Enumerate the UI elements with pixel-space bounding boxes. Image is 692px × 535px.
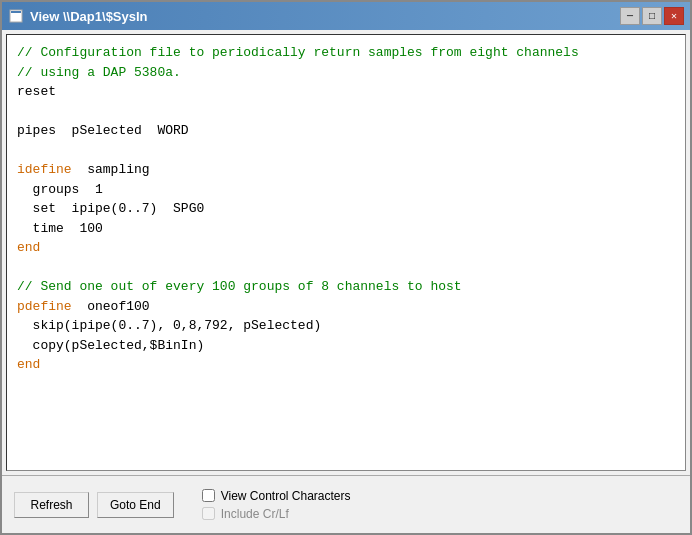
title-bar: View \\Dap1\$SysIn ─ □ ✕ bbox=[2, 2, 690, 30]
minimize-button[interactable]: ─ bbox=[620, 7, 640, 25]
view-control-row: View Control Characters bbox=[202, 489, 351, 503]
title-bar-left: View \\Dap1\$SysIn bbox=[8, 8, 148, 24]
options-area: View Control Characters Include Cr/Lf bbox=[202, 489, 351, 521]
refresh-button[interactable]: Refresh bbox=[14, 492, 89, 518]
svg-rect-1 bbox=[11, 11, 21, 13]
include-crlf-label: Include Cr/Lf bbox=[221, 507, 289, 521]
code-block: // Configuration file to periodically re… bbox=[17, 43, 675, 375]
view-control-checkbox[interactable] bbox=[202, 489, 215, 502]
view-control-label[interactable]: View Control Characters bbox=[221, 489, 351, 503]
window-icon bbox=[8, 8, 24, 24]
bottom-bar: Refresh Goto End View Control Characters… bbox=[2, 475, 690, 533]
include-crlf-row: Include Cr/Lf bbox=[202, 507, 351, 521]
maximize-button[interactable]: □ bbox=[642, 7, 662, 25]
goto-end-button[interactable]: Goto End bbox=[97, 492, 174, 518]
include-crlf-checkbox bbox=[202, 507, 215, 520]
main-window: View \\Dap1\$SysIn ─ □ ✕ // Configuratio… bbox=[0, 0, 692, 535]
code-viewer: // Configuration file to periodically re… bbox=[6, 34, 686, 471]
title-bar-buttons: ─ □ ✕ bbox=[620, 7, 684, 25]
window-title: View \\Dap1\$SysIn bbox=[30, 9, 148, 24]
close-button[interactable]: ✕ bbox=[664, 7, 684, 25]
